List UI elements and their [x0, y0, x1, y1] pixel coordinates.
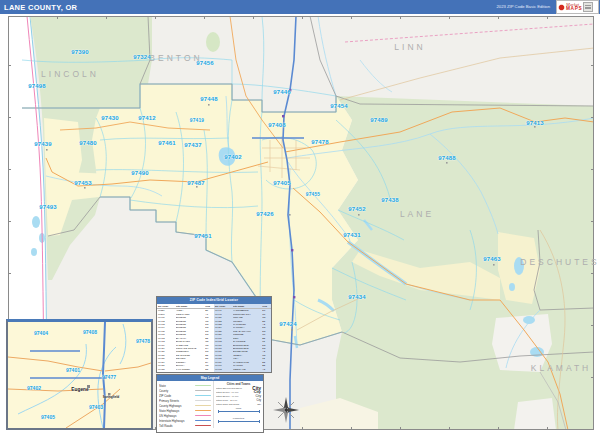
scale-bar: Miles — [216, 407, 261, 417]
col-header: City Name — [233, 304, 262, 308]
zip-index-rows: 97324 ALSEA B1 97446 HARRISBURG D1 97390… — [157, 309, 271, 373]
col-header: Grid — [205, 305, 214, 308]
city-size-label: Cities 250,000 and above — [216, 387, 252, 389]
scale-bar-line — [218, 410, 260, 413]
zip-cell: 97498 — [214, 371, 233, 373]
map-page: LINCOLNBENTONLINNLANEDESCHUTESKLAMATH 97… — [0, 0, 600, 434]
grid-cell: A1 — [262, 371, 271, 373]
zip-cell: 97439 — [157, 371, 176, 373]
eugene-inset-map — [6, 319, 153, 430]
legend-line-swatch — [195, 390, 211, 392]
logo-wordmark: Market MAPS — [566, 3, 582, 12]
legend-line-item: Toll Roads — [159, 423, 211, 428]
city-size-label: Cities 5,000 - 24,999 — [216, 399, 257, 401]
legend-cities-panel: Cities and Towns Cities 250,000 and abov… — [213, 381, 263, 428]
inset-map-canvas — [8, 322, 151, 428]
legend-line-label: State — [159, 384, 195, 388]
legend-line-swatch — [195, 420, 211, 422]
legend-line-label: Toll Roads — [159, 424, 195, 428]
page-title: LANE COUNTY, OR — [0, 3, 77, 12]
legend-line-swatch — [195, 385, 211, 387]
legend-line-swatch — [195, 415, 211, 417]
legend-line-swatch — [195, 395, 211, 397]
city-cell: FLORENCE — [176, 371, 205, 373]
legend-line-label: County Highways — [159, 404, 195, 408]
legend-line-swatch — [195, 400, 211, 402]
city-size-label: Cities 50,000 - 99,999 — [216, 391, 254, 393]
scale-bar-line — [218, 420, 260, 423]
legend-line-label: ZIP Code — [159, 394, 195, 398]
city-size-label: Cities 2,500 and below — [216, 403, 257, 405]
logo-side-box — [583, 2, 593, 12]
zip-index-table: ZIP Code Index/Grid Locator ZIP Code Cit… — [156, 296, 272, 373]
city-cell: YACHATS — [233, 371, 262, 373]
col-header: ZIP Code — [214, 304, 233, 308]
legend-line-swatch — [195, 410, 211, 412]
logo-burst-icon — [558, 4, 565, 11]
grid-ticks-right — [591, 16, 594, 430]
col-header: ZIP Code — [157, 305, 176, 308]
map-legend: Map Legend State County ZIP Code Primary… — [156, 374, 264, 433]
city-size-sample: City — [256, 394, 262, 398]
col-header: Grid — [262, 304, 271, 308]
legend-city-row: Cities 2,500 and below City — [216, 402, 261, 406]
header-bar: LANE COUNTY, OR 2023 ZIP Code Basic Edit… — [0, 0, 600, 14]
col-header: City Name — [176, 305, 205, 308]
legend-city-rows: Cities 250,000 and above City Cities 50,… — [216, 386, 261, 406]
logo-word-maps: MAPS — [566, 7, 582, 12]
city-size-sample: City — [257, 399, 261, 402]
grid-ticks-top — [8, 16, 594, 19]
legend-line-label: Primary Streets — [159, 399, 195, 403]
grid-cell: A2 — [205, 371, 214, 373]
city-size-label: Cities 25,000 - 49,999 — [216, 395, 256, 397]
legend-line-label: State Highways — [159, 409, 195, 413]
edition-label: 2023 ZIP Code Basic Edition — [497, 4, 550, 9]
legend-line-items: State County ZIP Code Primary Streets Co… — [157, 381, 213, 428]
zip-index-row: 97439 FLORENCE A2 97498 YACHATS A1 — [157, 371, 271, 373]
legend-line-swatch — [195, 425, 211, 427]
city-size-sample: City — [257, 403, 261, 405]
zip-index-title: ZIP Code Index/Grid Locator — [157, 297, 271, 304]
legend-line-label: Interstate Highways — [159, 419, 195, 423]
legend-line-swatch — [195, 405, 211, 407]
legend-line-label: US Highways — [159, 414, 195, 418]
scale-bars: Miles Kilometers — [216, 407, 261, 427]
scale-bar: Kilometers — [216, 417, 261, 427]
legend-line-label: County — [159, 389, 195, 393]
marketmaps-logo: Market MAPS — [556, 0, 599, 14]
